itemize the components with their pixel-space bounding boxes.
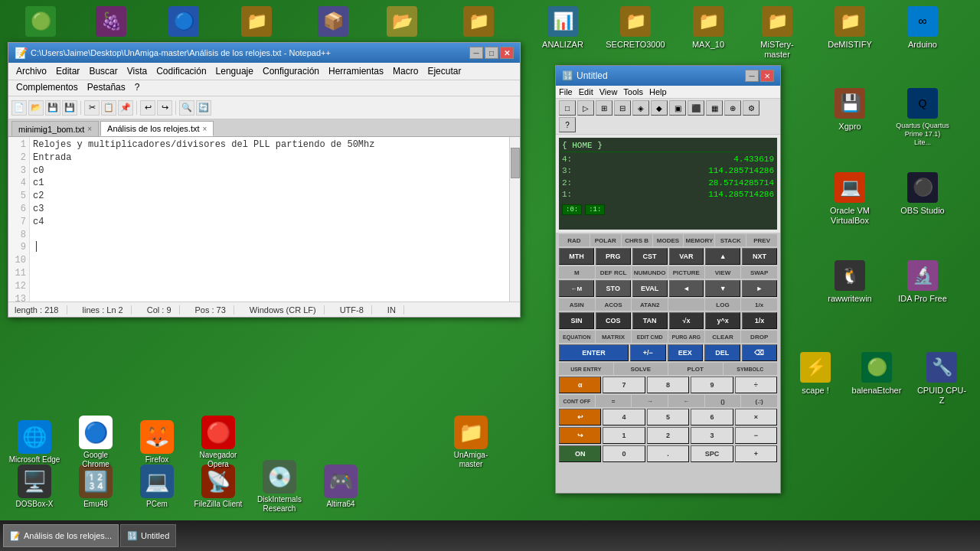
calc-chs[interactable]: +/− — [630, 344, 666, 361]
escape-icon[interactable]: ⚡ scape ! — [789, 352, 842, 396]
calc-tb-3[interactable]: ⊞ — [596, 100, 612, 116]
calc-menu-file[interactable]: File — [559, 87, 573, 96]
calc-left-arr[interactable]: ◄ — [669, 280, 704, 297]
unamiga-app[interactable]: 📁 UnAmiga-master — [444, 416, 498, 469]
calc-menu-edit[interactable]: Edit — [579, 87, 593, 96]
calc-tb-5[interactable]: ◈ — [632, 100, 649, 116]
cpuid-icon[interactable]: 🔧 CPUID CPU-Z — [915, 352, 969, 406]
oracle-icon[interactable]: 💻 Oracle VM VirtualBox — [823, 172, 877, 226]
calc-eval[interactable]: EVAL — [632, 280, 668, 297]
calc-minus[interactable]: − — [735, 427, 777, 444]
diskinternals-app[interactable]: 💿 DiskInternals Research — [253, 460, 306, 514]
calc-del[interactable]: DEL — [704, 344, 740, 361]
desktop-icon-4[interactable]: 📁 — [230, 6, 283, 40]
tb-save[interactable]: 💾 — [45, 100, 60, 116]
calc-lbl-log[interactable]: LOG — [705, 298, 741, 311]
secreto-icon[interactable]: 📁 SECRETO3000 — [609, 6, 662, 50]
demistify-icon[interactable]: 📁 DeMISTIFY — [823, 6, 877, 50]
calc-tb-4[interactable]: ⊟ — [614, 100, 631, 116]
chrome-app[interactable]: 🔵 Google Chrome — [69, 416, 122, 469]
menu-lenguaje[interactable]: Lenguaje — [211, 64, 258, 78]
calc-tan[interactable]: TAN — [632, 312, 668, 329]
tb-find[interactable]: 🔍 — [179, 100, 194, 116]
menu-vista[interactable]: Vista — [122, 64, 152, 78]
calc-lbl-eq[interactable]: EQUATION — [559, 331, 595, 343]
calc-1x[interactable]: 1/x — [742, 312, 777, 329]
calc-tb-10[interactable]: ⊕ — [724, 100, 741, 116]
calc-5[interactable]: 5 — [647, 409, 689, 425]
tb-new[interactable]: 📄 — [11, 100, 27, 116]
calc-lbl-cont[interactable]: CONT OFF — [559, 395, 595, 407]
calc-lbl-num[interactable]: NUMUNDO — [632, 266, 668, 279]
taskbar-btn-calc[interactable]: 🔢 Untitled — [120, 524, 176, 547]
menu-ejecutar[interactable]: Ejecutar — [423, 64, 466, 78]
calc-lbl-mat[interactable]: MATRIX — [596, 331, 632, 343]
calc-leftarrow-btn[interactable]: ↩ — [559, 409, 601, 425]
calc-lbl-rarr[interactable]: → — [632, 395, 668, 407]
calc-minimize-button[interactable]: ─ — [745, 70, 759, 82]
calc-lbl-asin[interactable]: ASIN — [559, 298, 595, 311]
tab-minimig-close[interactable]: × — [87, 125, 92, 133]
calc-8[interactable]: 8 — [647, 377, 689, 393]
calc-div[interactable]: ÷ — [735, 377, 777, 393]
calc-eex[interactable]: EEX — [668, 344, 704, 361]
restore-button[interactable]: □ — [485, 47, 498, 59]
firefox-app[interactable]: 🦊 Firefox — [130, 420, 184, 465]
obs-icon[interactable]: ⚫ OBS Studio — [896, 172, 949, 216]
close-button[interactable]: ✕ — [500, 47, 514, 59]
calc-nxt[interactable]: NXT — [742, 248, 777, 265]
calc-lbl-acos[interactable]: ACOS — [596, 298, 632, 311]
calc-arrow-left-m[interactable]: ←M — [559, 280, 594, 297]
calc-lbl-swap[interactable]: SWAP — [741, 266, 777, 279]
calc-tb-8[interactable]: ⬛ — [688, 100, 704, 116]
tb-replace[interactable]: 🔄 — [196, 100, 211, 116]
calc-lbl-def[interactable]: DEF RCL — [596, 266, 632, 279]
calc-lbl-paren[interactable]: () — [705, 395, 741, 407]
xgpro-icon[interactable]: 💾 Xgpro — [823, 88, 877, 132]
tb-cut[interactable]: ✂ — [84, 100, 100, 116]
calc-rightarrow-btn[interactable]: ↪ — [559, 427, 601, 444]
calc-sin[interactable]: SIN — [559, 312, 594, 329]
menu-macro[interactable]: Macro — [388, 64, 423, 78]
calc-var[interactable]: VAR — [669, 248, 704, 265]
tab-analisis-close[interactable]: × — [203, 125, 207, 133]
calc-tb-11[interactable]: ⚙ — [743, 100, 760, 116]
calc-lbl-clear[interactable]: CLEAR — [705, 331, 741, 343]
calc-lbl-sym[interactable]: SYMBOLC — [724, 363, 778, 375]
calc-lbl-chrs[interactable]: CHRS B — [622, 234, 652, 246]
calc-lbl-plot[interactable]: PLOT — [668, 363, 723, 375]
calc-tb-6[interactable]: ◆ — [651, 100, 668, 116]
calc-3[interactable]: 3 — [691, 427, 733, 444]
calc-1[interactable]: 1 — [603, 427, 645, 444]
calc-right-arr[interactable]: ► — [742, 280, 777, 297]
calc-mul[interactable]: × — [735, 409, 777, 425]
calc-lbl-atan[interactable]: ATAN2 — [632, 298, 668, 311]
calc-tb-2[interactable]: ▷ — [577, 100, 594, 116]
desktop-icon-6[interactable]: 📂 — [375, 6, 429, 40]
calc-lbl-usr[interactable]: USR ENTRY — [559, 363, 613, 375]
menu-buscar[interactable]: Buscar — [84, 64, 122, 78]
quartus-icon[interactable]: Q Quartus (Quartus Prime 17.1) Lite... — [896, 88, 949, 146]
calc-lbl-polar[interactable]: POLAR — [590, 234, 621, 246]
desktop-icon-3[interactable]: 🔵 — [157, 6, 211, 40]
calc-9[interactable]: 9 — [691, 377, 733, 393]
calc-up[interactable]: ▲ — [705, 248, 740, 265]
calc-alpha[interactable]: α — [559, 377, 601, 393]
calc-menu-tools[interactable]: Tools — [623, 87, 643, 96]
edge-app[interactable]: 🌐 Microsoft Edge — [8, 420, 61, 465]
calc-tb-1[interactable]: □ — [559, 100, 576, 116]
calc-close-button[interactable]: ✕ — [760, 70, 774, 82]
tb-undo[interactable]: ↩ — [140, 100, 155, 116]
menu-codificacion[interactable]: Codificación — [152, 64, 211, 78]
calc-yx[interactable]: y^x — [705, 312, 740, 329]
calc-lbl-eq2[interactable]: = — [596, 395, 632, 407]
calc-lbl-drop[interactable]: DROP — [741, 331, 777, 343]
tb-save-all[interactable]: 💾 — [62, 100, 77, 116]
calc-lbl-mem[interactable]: MEMORY — [684, 234, 714, 246]
rawwrite-icon[interactable]: 🐧 rawwritewin — [823, 260, 877, 304]
calc-backspace[interactable]: ⌫ — [742, 344, 778, 361]
calc-sto[interactable]: STO — [596, 280, 631, 297]
calc-lbl-purg[interactable]: PURG ARG — [668, 331, 704, 343]
editor-area[interactable]: 12345 678910 11121314 Relojes y multipli… — [8, 137, 520, 302]
menu-archivo[interactable]: Archivo — [11, 64, 51, 78]
